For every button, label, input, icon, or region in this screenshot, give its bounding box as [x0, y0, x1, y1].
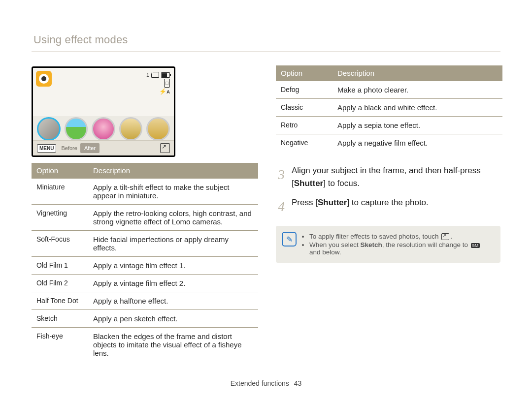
filter-chip-1[interactable] — [37, 117, 61, 141]
filter-chip-4[interactable] — [119, 117, 143, 141]
after-tab[interactable]: After — [80, 143, 100, 153]
before-tab[interactable]: Before — [61, 145, 77, 151]
step-4: 4 Press [Shutter] to capture the photo. — [276, 196, 500, 217]
info-icon: ✎ — [282, 232, 297, 247]
note-box: ✎ To apply filter effects to saved photo… — [276, 226, 500, 263]
battery-icon — [161, 72, 170, 78]
table-row: Half Tone DotApply a halftone effect. — [32, 292, 258, 310]
filter-chip-5[interactable] — [146, 117, 170, 141]
shutter-key: Shutter — [318, 198, 347, 207]
filter-chip-2[interactable] — [65, 117, 88, 141]
sd-card-icon — [151, 72, 159, 78]
table-row: Soft-FocusHide facial imperfections or a… — [32, 231, 258, 257]
table-row: SketchApply a pen sketch effect. — [32, 310, 258, 328]
note-item: To apply filter effects to saved photos,… — [309, 233, 494, 240]
table-row: Old Film 1Apply a vintage film effect 1. — [32, 257, 258, 275]
flash-icon: ⚡ᴀ — [159, 88, 170, 95]
status-overlay: 1 □ ⚡ᴀ — [146, 71, 170, 95]
table-row: ClassicApply a black and white effect. — [276, 99, 502, 117]
col-description: Description — [332, 65, 502, 81]
camera-preview: 1 □ ⚡ᴀ MENU Before Aft — [32, 66, 175, 157]
table-row: DefogMake a photo clearer. — [276, 81, 502, 99]
quality-icon: □ — [164, 79, 170, 88]
col-description: Description — [88, 163, 258, 179]
step-number: 4 — [276, 196, 287, 217]
table-row: Old Film 2Apply a vintage film effect 2. — [32, 275, 258, 292]
open-gallery-icon[interactable] — [160, 143, 170, 153]
shots-remaining: 1 — [146, 71, 149, 79]
table-row: VignettingApply the retro-looking colors… — [32, 205, 258, 231]
table-row: Fish-eyeBlacken the edges of the frame a… — [32, 328, 258, 362]
footer-section: Extended functions — [231, 379, 289, 387]
mode-badge-icon — [36, 71, 52, 87]
note-item: When you select Sketch, the resolution w… — [309, 241, 494, 256]
options-table-1: Option Description MiniatureApply a tilt… — [32, 163, 258, 362]
page-title: Using effect modes — [33, 33, 500, 46]
divider — [32, 51, 500, 52]
open-gallery-icon — [441, 233, 449, 240]
options-table-2: Option Description DefogMake a photo cle… — [276, 65, 502, 152]
filter-chip-3[interactable] — [92, 117, 115, 141]
col-option: Option — [276, 65, 332, 81]
footer-page: 43 — [294, 379, 302, 387]
step-3: 3 Align your subject in the frame, and t… — [276, 164, 500, 189]
table-row: NegativeApply a negative film effect. — [276, 134, 502, 152]
col-option: Option — [32, 163, 88, 179]
table-row: RetroApply a sepia tone effect. — [276, 117, 502, 134]
resolution-badge: 5M — [471, 243, 480, 248]
shutter-key: Shutter — [294, 179, 324, 188]
page-footer: Extended functions 43 — [0, 379, 532, 387]
step-number: 3 — [276, 164, 287, 189]
table-row: MiniatureApply a tilt-shift effect to ma… — [32, 179, 258, 205]
menu-button[interactable]: MENU — [37, 144, 56, 153]
